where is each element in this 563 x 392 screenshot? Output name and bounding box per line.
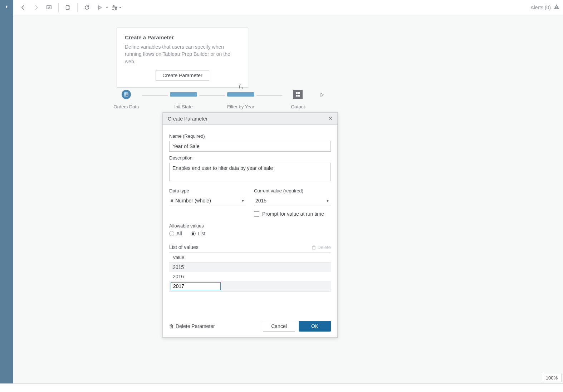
tip-title: Create a Parameter [125, 34, 240, 40]
run-output-button[interactable] [319, 92, 324, 99]
datatype-value: Number (whole) [175, 198, 211, 204]
status-bar [0, 383, 563, 392]
svg-point-5 [115, 7, 117, 9]
toolbar-separator-1 [58, 3, 59, 12]
cancel-button[interactable]: Cancel [263, 321, 295, 332]
value-row[interactable]: 2015 [169, 263, 331, 272]
name-input[interactable] [169, 141, 331, 152]
svg-point-7 [114, 9, 115, 10]
number-icon: # [171, 198, 173, 204]
flow-link [199, 95, 225, 96]
sidebar-gutter [0, 14, 13, 383]
create-parameter-button[interactable]: Create Parameter [156, 70, 209, 81]
datasource-icon [122, 90, 131, 99]
allow-list-radio[interactable]: List [191, 231, 206, 236]
alerts-indicator[interactable]: Alerts (0) [530, 5, 551, 10]
svg-point-3 [113, 5, 114, 7]
allow-all-label: All [176, 231, 182, 236]
svg-rect-14 [296, 92, 298, 94]
values-header: Value [169, 253, 331, 263]
alert-icon[interactable] [554, 4, 559, 11]
allow-all-radio[interactable]: All [169, 231, 182, 236]
tip-description: Define variables that users can specify … [125, 43, 240, 65]
svg-rect-8 [556, 6, 557, 8]
value-edit-input[interactable] [171, 282, 221, 290]
value-row-editing[interactable] [169, 281, 331, 291]
save-button[interactable] [63, 2, 73, 13]
delete-value-button[interactable]: Delete [312, 245, 331, 250]
dialog-title: Create Parameter [168, 116, 207, 122]
flow-node-label: Orders Data [114, 104, 139, 109]
create-parameter-dialog: Create Parameter × Name (Required) Descr… [162, 112, 338, 338]
toolbar: Alerts (0) [13, 0, 563, 15]
svg-rect-10 [124, 93, 128, 96]
refresh-button[interactable] [82, 2, 92, 13]
description-label: Description [169, 155, 331, 161]
flow-diagram: Orders Data Init State ƒx Filter by Year… [110, 90, 324, 109]
svg-rect-18 [313, 246, 315, 249]
datatype-select[interactable]: # Number (whole) ▼ [169, 196, 246, 206]
datatype-label: Data type [169, 188, 246, 193]
flow-link [142, 95, 168, 96]
svg-rect-1 [66, 5, 69, 10]
values-table: Value 2015 2016 [169, 252, 331, 291]
delete-parameter-button[interactable]: Delete Parameter [169, 323, 215, 329]
flow-node-label: Filter by Year [227, 104, 254, 109]
flow-node-filter-by-year[interactable]: ƒx Filter by Year [224, 90, 257, 109]
name-label: Name (Required) [169, 133, 331, 139]
flow-node-label: Output [291, 104, 305, 109]
value-row[interactable]: 2016 [169, 272, 331, 281]
run-dropdown[interactable] [105, 2, 109, 13]
presentation-button[interactable] [44, 2, 54, 13]
svg-rect-17 [298, 95, 300, 97]
description-input[interactable] [169, 163, 331, 181]
flow-node-label: Init State [174, 104, 192, 109]
run-button[interactable] [94, 2, 105, 13]
prompt-checkbox[interactable] [254, 211, 259, 217]
dialog-header: Create Parameter × [163, 113, 337, 125]
svg-rect-9 [556, 8, 557, 8]
parameter-glyph-icon: ƒx [239, 83, 243, 90]
svg-rect-0 [47, 6, 51, 9]
flow-canvas[interactable]: Create a Parameter Define variables that… [13, 15, 563, 383]
list-of-values-label: List of values [169, 244, 199, 250]
current-value-label: Current value (required) [254, 188, 331, 193]
svg-rect-19 [170, 325, 173, 328]
svg-rect-16 [296, 95, 298, 97]
flow-node-output[interactable]: Output [282, 90, 314, 109]
chevron-down-icon: ▼ [326, 199, 329, 203]
allowable-values-label: Allowable values [169, 223, 331, 229]
flow-link [256, 95, 282, 96]
svg-rect-15 [298, 92, 300, 94]
current-value: 2015 [255, 198, 266, 204]
flow-node-orders-data[interactable]: Orders Data [110, 90, 143, 109]
step-icon [170, 92, 197, 97]
back-button[interactable] [18, 2, 29, 13]
step-icon [227, 92, 254, 97]
toolbar-separator-2 [77, 3, 78, 12]
sidebar-expand-button[interactable] [0, 0, 13, 14]
flow-node-init-state[interactable]: Init State [167, 90, 200, 109]
prompt-label: Prompt for value at run time [262, 211, 324, 217]
ok-button[interactable]: OK [299, 321, 331, 332]
close-icon[interactable]: × [328, 115, 332, 122]
settings-button[interactable] [111, 2, 122, 13]
current-value-select[interactable]: 2015 ▼ [254, 196, 331, 206]
output-icon [293, 90, 303, 99]
forward-button[interactable] [31, 2, 41, 13]
chevron-down-icon: ▼ [241, 199, 245, 203]
create-parameter-tip-card: Create a Parameter Define variables that… [117, 28, 248, 88]
allow-list-label: List [198, 231, 206, 236]
zoom-level[interactable]: 100% [542, 374, 562, 382]
